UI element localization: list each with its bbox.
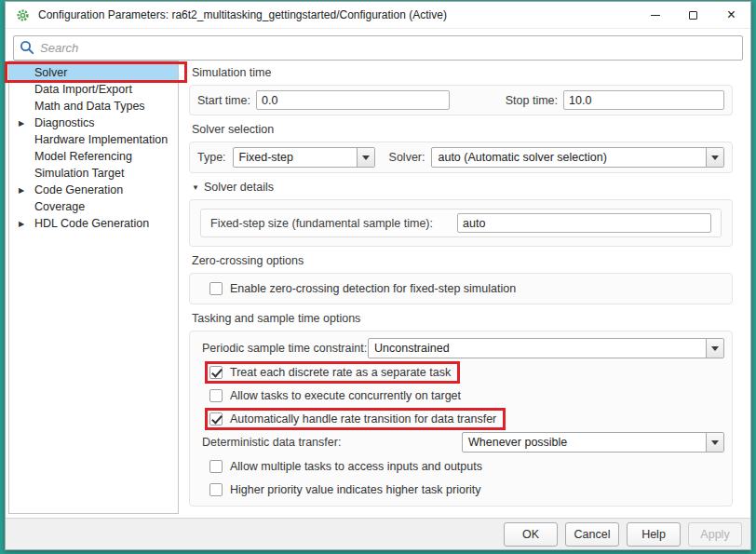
sidebar-item-coverage[interactable]: Coverage	[9, 198, 178, 215]
expand-arrow-icon[interactable]	[19, 186, 24, 195]
sidebar-item-data-import-export[interactable]: Data Import/Export	[9, 81, 178, 98]
multi-task-access-label: Allow multiple tasks to access inputs an…	[230, 460, 482, 473]
higher-priority-row: Higher priority value indicates higher t…	[197, 478, 724, 501]
zero-crossing-checkbox-row: Enable zero-crossing detection for fixed…	[197, 278, 724, 299]
collapse-arrow-icon	[192, 183, 199, 192]
minimize-button[interactable]	[636, 2, 674, 28]
multi-task-access-row: Allow multiple tasks to access inputs an…	[197, 454, 724, 478]
sidebar-item-label: HDL Code Generation	[34, 217, 149, 230]
sidebar-item-label: Coverage	[34, 200, 85, 213]
search-box	[13, 35, 743, 61]
chevron-down-icon	[711, 440, 719, 445]
start-time-label: Start time:	[197, 94, 250, 107]
dropdown-arrow-button[interactable]	[706, 433, 723, 452]
solver-type-value: Fixed-step	[234, 148, 357, 167]
sidebar-item-label: Math and Data Types	[34, 100, 145, 113]
periodic-constraint-dropdown[interactable]: Unconstrained	[368, 338, 724, 358]
chevron-down-icon	[711, 346, 719, 351]
sidebar-item-hdl-code-generation[interactable]: HDL Code Generation	[9, 215, 178, 232]
solver-type-dropdown[interactable]: Fixed-step	[233, 147, 375, 168]
sidebar-tree: Solver Data Import/Export Math and Data …	[8, 61, 179, 514]
solver-label: Solver:	[389, 151, 425, 164]
solver-selection-group: Type: Fixed-step Solver: auto (Automatic…	[189, 142, 733, 173]
configuration-parameters-dialog: Configuration Parameters: ra6t2_multitas…	[5, 1, 751, 550]
minimize-icon	[651, 15, 660, 16]
sidebar-item-label: Data Import/Export	[34, 83, 132, 96]
sidebar-item-label: Code Generation	[34, 183, 123, 196]
treat-discrete-rate-checkbox[interactable]	[209, 366, 223, 379]
settings-panel: Simulation time Start time: Stop time: S…	[189, 61, 733, 519]
chevron-down-icon	[711, 155, 719, 160]
annotation-highlight-auto-rate: Automatically handle rate transition for…	[205, 408, 506, 430]
periodic-constraint-label: Periodic sample time constraint:	[197, 342, 368, 355]
maximize-button[interactable]	[674, 2, 712, 28]
deterministic-transfer-label: Deterministic data transfer:	[197, 436, 462, 449]
deterministic-transfer-row: Deterministic data transfer: Whenever po…	[197, 430, 724, 454]
desktop-background: Configuration Parameters: ra6t2_multitas…	[0, 0, 756, 554]
fixed-step-size-input[interactable]	[457, 213, 711, 233]
close-icon: ×	[727, 7, 736, 22]
close-button[interactable]: ×	[712, 2, 750, 28]
start-time-input[interactable]	[256, 90, 450, 110]
higher-priority-checkbox[interactable]	[209, 483, 223, 496]
sidebar-item-hardware-implementation[interactable]: Hardware Implementation	[9, 131, 178, 148]
sidebar-item-diagnostics[interactable]: Diagnostics	[9, 115, 178, 131]
expand-arrow-icon[interactable]	[19, 119, 24, 128]
sidebar-item-code-generation[interactable]: Code Generation	[9, 182, 178, 198]
tasking-heading: Tasking and sample time options	[192, 312, 733, 325]
allow-concurrent-checkbox[interactable]	[209, 389, 223, 402]
sidebar-item-label: Solver	[34, 66, 67, 79]
simulation-time-heading: Simulation time	[192, 66, 733, 79]
zero-crossing-group: Enable zero-crossing detection for fixed…	[189, 273, 733, 304]
sidebar-item-model-referencing[interactable]: Model Referencing	[9, 148, 178, 165]
dropdown-arrow-button[interactable]	[706, 148, 723, 167]
auto-rate-transition-row: Automatically handle rate transition for…	[197, 407, 724, 430]
deterministic-transfer-dropdown[interactable]: Whenever possible	[462, 432, 724, 453]
multi-task-access-checkbox[interactable]	[209, 460, 223, 473]
periodic-constraint-row: Periodic sample time constraint: Unconst…	[197, 336, 724, 360]
sidebar-item-label: Diagnostics	[34, 116, 95, 129]
treat-discrete-rate-row: Treat each discrete rate as a separate t…	[197, 360, 724, 384]
ok-button[interactable]: OK	[504, 522, 558, 547]
higher-priority-label: Higher priority value indicates higher t…	[230, 483, 481, 496]
solver-details-toggle[interactable]: Solver details	[192, 181, 733, 194]
chevron-down-icon	[362, 155, 370, 160]
window-title: Configuration Parameters: ra6t2_multitas…	[38, 8, 447, 21]
cancel-button[interactable]: Cancel	[565, 522, 619, 547]
search-icon	[20, 40, 34, 55]
dropdown-arrow-button[interactable]	[706, 339, 723, 358]
sidebar-item-solver[interactable]: Solver	[9, 64, 178, 81]
enable-zero-crossing-checkbox[interactable]	[209, 282, 223, 295]
stop-time-input[interactable]	[563, 90, 724, 110]
auto-rate-transition-label: Automatically handle rate transition for…	[230, 412, 496, 426]
annotation-highlight-solver	[5, 61, 187, 83]
expand-arrow-icon[interactable]	[19, 220, 24, 228]
sidebar-item-simulation-target[interactable]: Simulation Target	[9, 165, 178, 182]
sidebar-item-label: Hardware Implementation	[34, 133, 168, 146]
search-input[interactable]	[13, 35, 743, 61]
periodic-constraint-value: Unconstrained	[369, 339, 706, 358]
tasking-group: Periodic sample time constraint: Unconst…	[189, 331, 733, 507]
search-row	[6, 29, 750, 64]
simulation-time-group: Start time: Stop time:	[189, 85, 733, 115]
title-bar: Configuration Parameters: ra6t2_multitas…	[6, 2, 750, 29]
fixed-step-size-label: Fixed-step size (fundamental sample time…	[210, 217, 433, 230]
solver-dropdown[interactable]: auto (Automatic solver selection)	[431, 147, 724, 168]
window-controls: ×	[636, 2, 750, 28]
allow-concurrent-label: Allow tasks to execute concurrently on t…	[230, 389, 461, 402]
dialog-footer: OK Cancel Help Apply	[6, 518, 750, 549]
enable-zero-crossing-label: Enable zero-crossing detection for fixed…	[230, 282, 516, 295]
solver-value: auto (Automatic solver selection)	[432, 148, 706, 167]
annotation-highlight-treat-rate: Treat each discrete rate as a separate t…	[205, 361, 460, 384]
zero-crossing-heading: Zero-crossing options	[192, 254, 733, 267]
auto-rate-transition-checkbox[interactable]	[209, 412, 223, 426]
dropdown-arrow-button[interactable]	[357, 148, 374, 167]
fixed-step-size-row: Fixed-step size (fundamental sample time…	[200, 209, 722, 237]
sidebar-item-math-and-data-types[interactable]: Math and Data Types	[9, 98, 178, 115]
sidebar-item-label: Simulation Target	[34, 167, 124, 180]
help-button[interactable]: Help	[627, 522, 681, 547]
apply-button: Apply	[688, 522, 742, 547]
deterministic-transfer-value: Whenever possible	[463, 433, 706, 452]
treat-discrete-rate-label: Treat each discrete rate as a separate t…	[230, 366, 451, 379]
solver-details-heading: Solver details	[204, 181, 274, 194]
